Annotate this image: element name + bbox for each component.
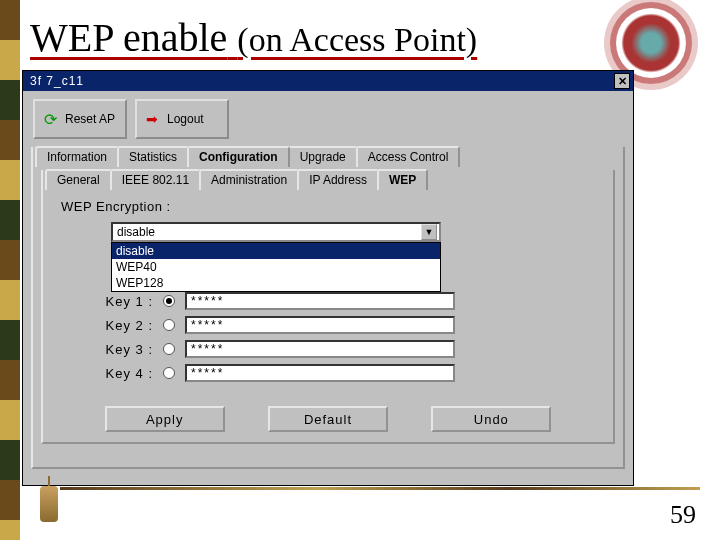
- chevron-down-icon[interactable]: ▼: [421, 224, 437, 240]
- config-window: 3f 7_c11 ✕ ⟳ Reset AP ➡ Logout Informati…: [22, 70, 634, 486]
- wep-key4-label: Key 4 :: [99, 366, 153, 381]
- refresh-icon: ⟳: [41, 110, 59, 128]
- action-button-row: Apply Default Undo: [43, 406, 613, 432]
- logout-icon: ➡: [143, 110, 161, 128]
- wep-key4-field[interactable]: *****: [185, 364, 455, 382]
- wep-key-row-4: Key 4 : *****: [99, 364, 595, 382]
- decorative-left-stripe: [0, 0, 20, 540]
- tab-access-control[interactable]: Access Control: [356, 146, 461, 167]
- tab-ieee80211[interactable]: IEEE 802.11: [110, 169, 201, 190]
- default-button[interactable]: Default: [268, 406, 388, 432]
- wep-encryption-combo[interactable]: disable ▼: [111, 222, 441, 242]
- slide-title: WEP enable (on Access Point): [30, 14, 477, 61]
- tab-information[interactable]: Information: [35, 146, 119, 167]
- wep-key-row-2: Key 2 : *****: [99, 316, 595, 334]
- reset-ap-button[interactable]: ⟳ Reset AP: [33, 99, 127, 139]
- apply-button[interactable]: Apply: [105, 406, 225, 432]
- close-icon: ✕: [618, 75, 627, 88]
- tab-wep[interactable]: WEP: [377, 169, 428, 190]
- wep-combo-value: disable: [117, 225, 155, 239]
- tab-statistics[interactable]: Statistics: [117, 146, 189, 167]
- wep-key-row-1: Key 1 : *****: [99, 292, 595, 310]
- tab-upgrade[interactable]: Upgrade: [288, 146, 358, 167]
- page-number: 59: [670, 500, 696, 530]
- tabs-secondary-container: General IEEE 802.11 Administration IP Ad…: [41, 170, 615, 444]
- logout-label: Logout: [167, 112, 204, 126]
- window-title: 3f 7_c11: [26, 74, 84, 88]
- decorative-divider: [60, 487, 700, 490]
- undo-button[interactable]: Undo: [431, 406, 551, 432]
- wep-key1-radio[interactable]: [163, 295, 175, 307]
- wep-key2-radio[interactable]: [163, 319, 175, 331]
- tab-configuration[interactable]: Configuration: [187, 146, 290, 167]
- wep-key2-field[interactable]: *****: [185, 316, 455, 334]
- tab-administration[interactable]: Administration: [199, 169, 299, 190]
- tab-general[interactable]: General: [45, 169, 112, 190]
- wep-encryption-combo-wrap: disable ▼ disable WEP40 WEP128: [111, 222, 441, 242]
- wep-key2-label: Key 2 :: [99, 318, 153, 333]
- wep-key4-radio[interactable]: [163, 367, 175, 379]
- slide-background: WEP enable (on Access Point) 3f 7_c11 ✕ …: [0, 0, 720, 540]
- wep-panel: WEP Encryption : disable ▼ disable WEP40…: [43, 191, 613, 396]
- wep-option-wep128[interactable]: WEP128: [112, 275, 440, 291]
- wep-keys-group: Key 1 : ***** Key 2 : ***** Key 3 :: [99, 292, 595, 382]
- wep-option-wep40[interactable]: WEP40: [112, 259, 440, 275]
- window-titlebar[interactable]: 3f 7_c11 ✕: [23, 71, 633, 91]
- tab-ip-address[interactable]: IP Address: [297, 169, 379, 190]
- wep-encryption-label: WEP Encryption :: [61, 199, 595, 214]
- tabs-primary-row: Information Statistics Configuration Upg…: [33, 146, 623, 167]
- wep-encryption-dropdown[interactable]: disable WEP40 WEP128: [111, 242, 441, 292]
- wep-key-row-3: Key 3 : *****: [99, 340, 595, 358]
- lantern-icon: [40, 486, 58, 522]
- title-main: WEP enable: [30, 15, 227, 60]
- wep-key3-label: Key 3 :: [99, 342, 153, 357]
- tabs-secondary-row: General IEEE 802.11 Administration IP Ad…: [43, 169, 613, 190]
- tabs-primary-container: Information Statistics Configuration Upg…: [31, 147, 625, 469]
- close-button[interactable]: ✕: [614, 73, 630, 89]
- university-badge-icon: [616, 8, 686, 78]
- wep-option-disable[interactable]: disable: [112, 243, 440, 259]
- title-sub: (on Access Point): [237, 21, 477, 58]
- wep-key1-field[interactable]: *****: [185, 292, 455, 310]
- wep-key1-label: Key 1 :: [99, 294, 153, 309]
- wep-key3-field[interactable]: *****: [185, 340, 455, 358]
- logout-button[interactable]: ➡ Logout: [135, 99, 229, 139]
- wep-key3-radio[interactable]: [163, 343, 175, 355]
- reset-ap-label: Reset AP: [65, 112, 115, 126]
- toolbar: ⟳ Reset AP ➡ Logout: [23, 91, 633, 147]
